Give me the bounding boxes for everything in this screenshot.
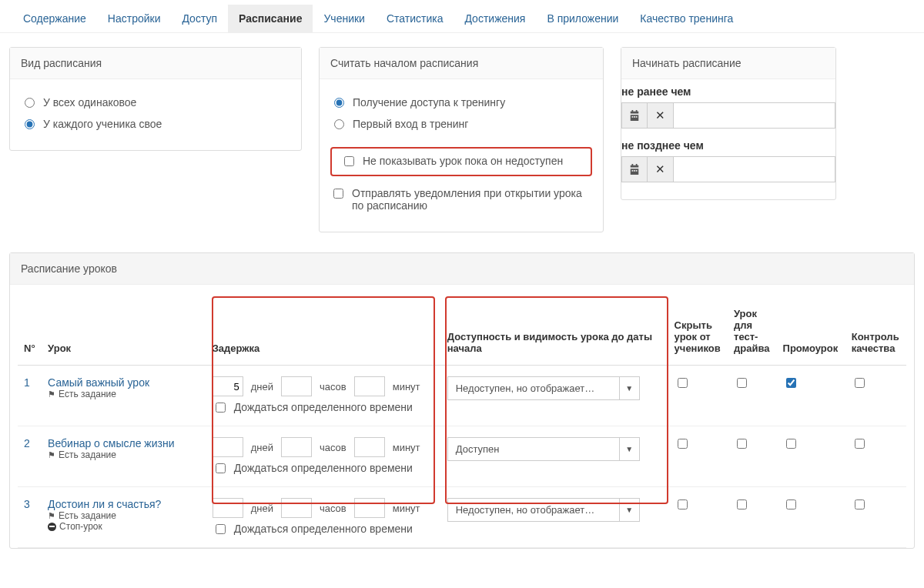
- tab-in-app[interactable]: В приложении: [536, 5, 629, 32]
- date-not-earlier: ✕: [621, 102, 835, 129]
- cell-lesson: Достоин ли я счастья?⚑ Есть задание Стоп…: [42, 487, 206, 548]
- cell-lesson: Вебинар о смысле жизни⚑ Есть задание: [42, 426, 206, 487]
- availability-select[interactable]: Недоступен, но отображает…▼: [447, 498, 640, 522]
- checkbox-wait-time[interactable]: Дождаться определенного времени: [213, 523, 435, 536]
- promo-checkbox[interactable]: [786, 499, 796, 509]
- promo-checkbox[interactable]: [786, 439, 796, 449]
- checkbox-label: Дождаться определенного времени: [234, 523, 413, 535]
- tab-schedule[interactable]: Расписание: [228, 5, 313, 32]
- checkbox-wait-time[interactable]: Дождаться определенного времени: [213, 462, 435, 476]
- checkbox-input[interactable]: [216, 403, 226, 413]
- minutes-input[interactable]: [354, 376, 385, 396]
- checkbox-input[interactable]: [216, 463, 226, 473]
- days-input[interactable]: [213, 376, 243, 396]
- col-quality: Контроль качества: [845, 300, 906, 366]
- calendar-icon[interactable]: [621, 156, 648, 182]
- radio-label: Получение доступа к тренингу: [353, 96, 505, 109]
- minutes-label: минут: [393, 503, 420, 514]
- days-input[interactable]: [213, 498, 243, 518]
- cell-testdrive: [728, 366, 777, 426]
- lesson-link[interactable]: Самый важный урок: [48, 376, 200, 389]
- chevron-down-icon[interactable]: ▼: [620, 376, 640, 400]
- minutes-input[interactable]: [354, 498, 385, 518]
- hours-input[interactable]: [281, 437, 312, 457]
- radio-label: Первый вход в тренинг: [353, 118, 468, 130]
- testdrive-checkbox[interactable]: [737, 439, 747, 449]
- radio-input[interactable]: [334, 98, 344, 108]
- highlight-hide-lesson: Не показывать урок пока он недоступен: [330, 147, 592, 176]
- availability-select[interactable]: Доступен▼: [447, 437, 640, 461]
- promo-checkbox[interactable]: [786, 378, 796, 388]
- radio-input[interactable]: [25, 119, 35, 129]
- testdrive-checkbox[interactable]: [737, 499, 747, 509]
- col-promo: Промоурок: [777, 300, 845, 366]
- cell-hide: [668, 487, 728, 548]
- panel-title: Начинать расписание: [621, 48, 835, 79]
- tab-students[interactable]: Ученики: [313, 5, 375, 32]
- tab-access[interactable]: Доступ: [171, 5, 228, 32]
- lesson-link[interactable]: Вебинар о смысле жизни: [48, 437, 200, 449]
- checkbox-notify-open[interactable]: Отправлять уведомления при открытии урок…: [330, 182, 592, 216]
- radio-first-entry[interactable]: Первый вход в тренинг: [330, 113, 592, 135]
- tab-achievements[interactable]: Достижения: [454, 5, 536, 32]
- col-testdrive: Урок для тест-драйва: [728, 300, 777, 366]
- chevron-down-icon[interactable]: ▼: [620, 498, 640, 522]
- tab-content[interactable]: Содержание: [12, 5, 97, 32]
- radio-each-student[interactable]: У каждого ученика свое: [21, 113, 290, 135]
- table-row: 2Вебинар о смысле жизни⚑ Есть заданиедне…: [18, 426, 906, 487]
- minutes-input[interactable]: [354, 437, 385, 457]
- cell-testdrive: [728, 487, 777, 548]
- radio-input[interactable]: [25, 98, 35, 108]
- row-number: 2: [24, 437, 30, 449]
- days-label: дней: [251, 503, 273, 514]
- select-value: Доступен: [447, 437, 620, 461]
- calendar-icon[interactable]: [621, 102, 648, 129]
- cell-availability: Недоступен, но отображает…▼: [441, 487, 668, 548]
- lessons-table: N° Урок Задержка Доступность и видимость…: [18, 300, 906, 548]
- hours-label: часов: [320, 503, 346, 514]
- hide-checkbox[interactable]: [678, 378, 688, 388]
- cell-delay: днейчасовминутДождаться определенного вр…: [206, 487, 441, 548]
- availability-select[interactable]: Недоступен, но отображает…▼: [447, 376, 640, 400]
- clear-icon[interactable]: ✕: [648, 102, 674, 129]
- tab-settings[interactable]: Настройки: [97, 5, 172, 32]
- radio-access-grant[interactable]: Получение доступа к тренингу: [330, 92, 592, 113]
- date-input[interactable]: [674, 102, 835, 129]
- hours-label: часов: [320, 442, 346, 453]
- hours-input[interactable]: [281, 498, 312, 518]
- checkbox-input[interactable]: [344, 156, 354, 166]
- col-delay: Задержка: [206, 300, 441, 366]
- clear-icon[interactable]: ✕: [648, 156, 674, 182]
- hide-checkbox[interactable]: [678, 439, 688, 449]
- has-task-label: Есть задание: [59, 510, 116, 521]
- select-value: Недоступен, но отображает…: [447, 498, 620, 522]
- quality-checkbox[interactable]: [855, 378, 865, 388]
- tab-training-quality[interactable]: Качество тренинга: [629, 5, 744, 32]
- checkbox-input[interactable]: [333, 189, 343, 199]
- checkbox-hide-lesson[interactable]: Не показывать урок пока он недоступен: [341, 155, 581, 169]
- radio-input[interactable]: [334, 119, 344, 129]
- cell-number: 1: [18, 366, 42, 426]
- days-input[interactable]: [213, 437, 243, 457]
- tab-statistics[interactable]: Статистика: [376, 5, 454, 32]
- table-row: 1Самый важный урок⚑ Есть заданиеднейчасо…: [18, 366, 906, 426]
- cell-number: 2: [18, 426, 42, 487]
- hide-checkbox[interactable]: [678, 499, 688, 509]
- radio-same-for-all[interactable]: У всех одинаковое: [21, 92, 290, 113]
- checkbox-input[interactable]: [216, 524, 226, 534]
- flag-icon: ⚑: [48, 511, 55, 521]
- panel-schedule-view: Вид расписания У всех одинаковое У каждо…: [9, 47, 302, 151]
- cell-delay: днейчасовминутДождаться определенного вр…: [206, 426, 441, 487]
- hours-input[interactable]: [281, 376, 312, 396]
- testdrive-checkbox[interactable]: [737, 378, 747, 388]
- quality-checkbox[interactable]: [855, 439, 865, 449]
- chevron-down-icon[interactable]: ▼: [620, 437, 640, 461]
- minutes-label: минут: [393, 381, 420, 393]
- flag-icon: ⚑: [48, 450, 55, 460]
- lesson-link[interactable]: Достоин ли я счастья?: [48, 498, 200, 510]
- date-input[interactable]: [674, 156, 835, 182]
- panel-title: Считать началом расписания: [320, 48, 603, 79]
- checkbox-wait-time[interactable]: Дождаться определенного времени: [213, 401, 435, 415]
- cell-number: 3: [18, 487, 42, 548]
- quality-checkbox[interactable]: [855, 499, 865, 509]
